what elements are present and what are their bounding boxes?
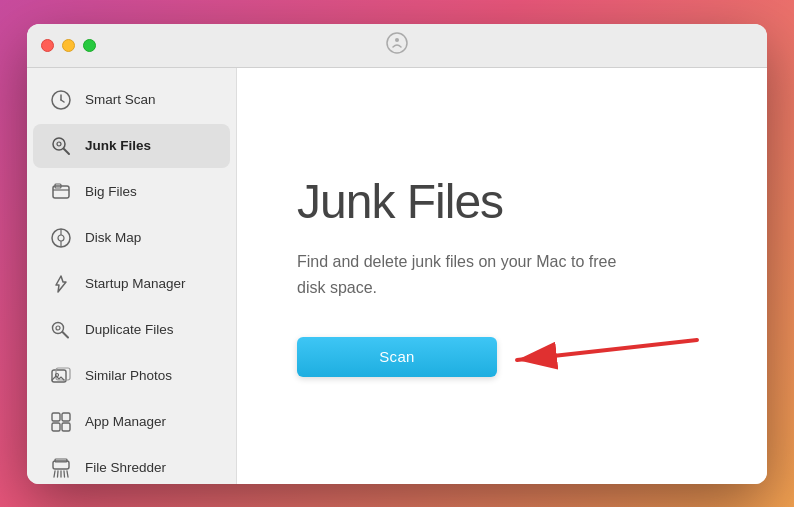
startup-icon xyxy=(49,272,73,296)
svg-rect-22 xyxy=(62,413,70,421)
svg-line-33 xyxy=(517,340,697,360)
minimize-button[interactable] xyxy=(62,39,75,52)
app-window: Smart Scan Junk Files xyxy=(27,24,767,484)
svg-line-27 xyxy=(54,471,55,477)
svg-line-6 xyxy=(64,149,69,154)
sidebar-label-duplicate: Duplicate Files xyxy=(85,322,174,337)
content-area: Smart Scan Junk Files xyxy=(27,68,767,484)
sidebar-label-shredder: File Shredder xyxy=(85,460,166,475)
disk-map-icon xyxy=(49,226,73,250)
maximize-button[interactable] xyxy=(83,39,96,52)
svg-line-16 xyxy=(63,332,69,338)
svg-line-30 xyxy=(64,471,65,477)
sidebar-item-big-files[interactable]: Big Files xyxy=(33,170,230,214)
sidebar-label-app-manager: App Manager xyxy=(85,414,166,429)
sidebar-item-startup-manager[interactable]: Startup Manager xyxy=(33,262,230,306)
svg-rect-24 xyxy=(62,423,70,431)
sidebar-label-startup: Startup Manager xyxy=(85,276,186,291)
duplicate-icon xyxy=(49,318,73,342)
svg-point-7 xyxy=(57,142,61,146)
svg-rect-21 xyxy=(52,413,60,421)
app-manager-icon xyxy=(49,410,73,434)
sidebar-label-big-files: Big Files xyxy=(85,184,137,199)
svg-point-1 xyxy=(395,38,399,42)
titlebar-icon xyxy=(386,32,408,59)
page-title: Junk Files xyxy=(297,174,707,229)
sidebar-item-file-shredder[interactable]: File Shredder xyxy=(33,446,230,484)
sidebar-item-smart-scan[interactable]: Smart Scan xyxy=(33,78,230,122)
svg-point-0 xyxy=(387,33,407,53)
svg-point-5 xyxy=(53,138,65,150)
sidebar: Smart Scan Junk Files xyxy=(27,68,237,484)
sidebar-item-similar-photos[interactable]: Similar Photos xyxy=(33,354,230,398)
sidebar-item-disk-map[interactable]: Disk Map xyxy=(33,216,230,260)
svg-line-28 xyxy=(58,471,59,477)
photos-icon xyxy=(49,364,73,388)
sidebar-item-app-manager[interactable]: App Manager xyxy=(33,400,230,444)
sidebar-label-smart-scan: Smart Scan xyxy=(85,92,156,107)
sidebar-label-disk-map: Disk Map xyxy=(85,230,141,245)
sidebar-item-junk-files[interactable]: Junk Files xyxy=(33,124,230,168)
scan-button[interactable]: Scan xyxy=(297,337,497,377)
shredder-icon xyxy=(49,456,73,480)
page-description: Find and delete junk files on your Mac t… xyxy=(297,249,617,300)
junk-files-icon xyxy=(49,134,73,158)
svg-rect-23 xyxy=(52,423,60,431)
traffic-lights xyxy=(41,39,96,52)
main-content: Junk Files Find and delete junk files on… xyxy=(237,68,767,484)
smart-scan-icon xyxy=(49,88,73,112)
svg-line-4 xyxy=(61,100,64,102)
svg-point-12 xyxy=(58,235,64,241)
sidebar-item-duplicate-files[interactable]: Duplicate Files xyxy=(33,308,230,352)
big-files-icon xyxy=(49,180,73,204)
sidebar-label-junk-files: Junk Files xyxy=(85,138,151,153)
arrow-indicator xyxy=(487,320,707,384)
close-button[interactable] xyxy=(41,39,54,52)
titlebar xyxy=(27,24,767,68)
sidebar-label-photos: Similar Photos xyxy=(85,368,172,383)
svg-line-31 xyxy=(67,471,68,477)
svg-point-17 xyxy=(56,326,60,330)
